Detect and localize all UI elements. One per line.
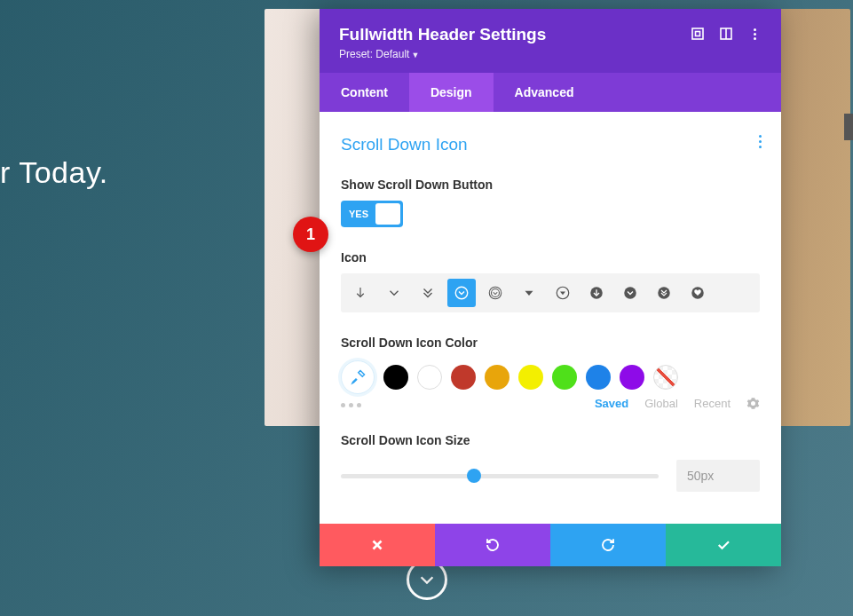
panel-footer (320, 524, 781, 566)
undo-button[interactable] (435, 524, 550, 566)
swatch-yellow[interactable] (518, 365, 543, 390)
gear-icon[interactable] (746, 397, 760, 410)
icon-label: Icon (341, 250, 760, 265)
swatch-black[interactable] (383, 365, 408, 390)
color-tabs: Saved Global Recent (341, 397, 760, 410)
size-slider-thumb[interactable] (467, 469, 481, 483)
save-button[interactable] (666, 524, 781, 566)
settings-panel: Fullwidth Header Settings Preset: Defaul… (320, 9, 781, 566)
section-title: Scroll Down Icon (341, 135, 760, 154)
size-slider[interactable] (341, 474, 659, 478)
cancel-button[interactable] (320, 524, 435, 566)
swatch-white[interactable] (417, 365, 442, 390)
tab-design[interactable]: Design (409, 73, 494, 112)
swatch-nocolor[interactable] (653, 365, 678, 390)
icon-arrow-down[interactable] (346, 279, 375, 307)
callout-marker-1: 1 (293, 217, 328, 252)
icon-double-chevron[interactable] (414, 279, 442, 307)
toggle-knob (375, 203, 400, 225)
svg-point-13 (624, 287, 636, 299)
swatch-green[interactable] (552, 365, 577, 390)
icon-heart-circle-dark[interactable] (683, 279, 712, 307)
hero-text: r Today. (0, 155, 108, 190)
show-scroll-label: Show Scroll Down Button (341, 178, 760, 192)
swatch-orange[interactable] (485, 365, 509, 390)
svg-rect-0 (692, 28, 703, 39)
color-tab-recent[interactable]: Recent (694, 397, 731, 410)
icon-circle-arrow-dark[interactable] (582, 279, 611, 307)
svg-rect-1 (696, 32, 700, 36)
icon-caret-down[interactable] (515, 279, 543, 307)
icon-circle-chevron-outline[interactable] (481, 279, 509, 307)
size-value-input[interactable]: 50px (676, 460, 760, 492)
color-row (341, 360, 760, 394)
tab-content[interactable]: Content (320, 73, 409, 112)
color-label: Scroll Down Icon Color (341, 336, 760, 350)
svg-point-5 (455, 287, 468, 299)
icon-circle-chevron-filled[interactable] (447, 279, 476, 307)
panel-tabs: Content Design Advanced (320, 73, 781, 112)
svg-marker-8 (525, 291, 533, 296)
section-menu-icon[interactable] (759, 135, 762, 148)
icon-circle-caret-outline[interactable] (549, 279, 577, 307)
icon-picker (341, 273, 760, 312)
color-tab-saved[interactable]: Saved (595, 397, 628, 410)
color-tab-global[interactable]: Global (644, 397, 678, 410)
panel-menu-icon[interactable] (747, 27, 762, 41)
tab-advanced[interactable]: Advanced (494, 73, 596, 112)
size-label: Scroll Down Icon Size (341, 433, 760, 447)
right-handle (844, 114, 853, 140)
show-scroll-toggle[interactable]: YES (341, 201, 403, 227)
expand-icon[interactable] (691, 27, 705, 41)
swatch-purple[interactable] (620, 365, 644, 390)
panel-body: Scroll Down Icon Show Scroll Down Button… (320, 112, 781, 524)
redo-button[interactable] (550, 524, 666, 566)
color-eyedropper[interactable] (341, 360, 375, 394)
swatch-red[interactable] (451, 365, 476, 390)
toggle-value: YES (344, 209, 374, 219)
panel-preset[interactable]: Preset: Default▼ (339, 48, 546, 60)
icon-circle-chevron-dark[interactable] (616, 279, 644, 307)
svg-point-7 (492, 289, 500, 297)
snap-icon[interactable] (719, 27, 733, 41)
panel-title: Fullwidth Header Settings (339, 25, 546, 44)
panel-header: Fullwidth Header Settings Preset: Defaul… (320, 9, 781, 73)
icon-chevron-down[interactable] (380, 279, 408, 307)
swatch-blue[interactable] (586, 365, 611, 390)
svg-marker-10 (560, 292, 565, 296)
icon-circle-double-chevron-dark[interactable] (650, 279, 678, 307)
